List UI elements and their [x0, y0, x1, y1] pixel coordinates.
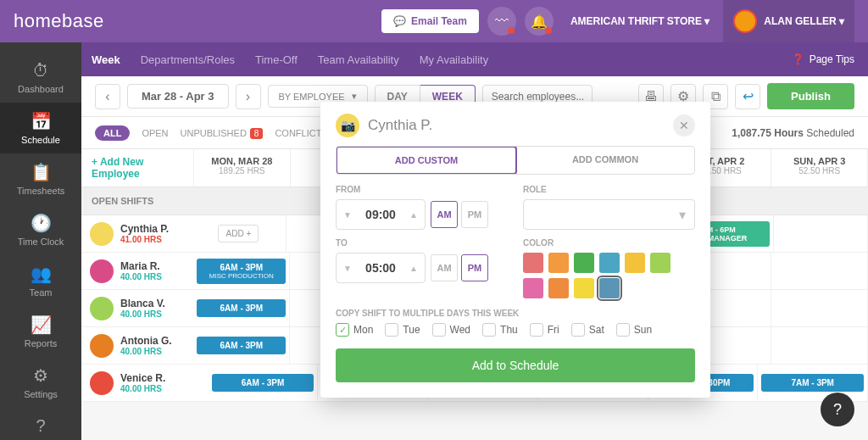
shift-block[interactable]: 6AM - 3PM — [212, 374, 314, 392]
color-swatch[interactable] — [574, 278, 594, 298]
sidebar-icon: ⏱ — [0, 61, 81, 81]
day-checkbox-mon[interactable]: ✓Mon — [336, 323, 373, 337]
sidebar-item-help[interactable]: ? — [0, 408, 81, 440]
publish-button[interactable]: Publish — [767, 83, 854, 109]
sidebar-item-dashboard[interactable]: ⏱Dashboard — [0, 53, 81, 103]
sidebar-icon: 🕐 — [0, 213, 81, 233]
chat-icon: 💬 — [393, 15, 406, 27]
day-checkbox-thu[interactable]: Thu — [482, 323, 518, 337]
employee-name[interactable]: Venice R. — [120, 372, 165, 384]
chevron-down-icon[interactable]: ▼ — [337, 264, 359, 273]
day-checkbox-wed[interactable]: Wed — [432, 323, 470, 337]
role-select[interactable]: ▾ — [523, 199, 695, 230]
avatar — [90, 297, 114, 320]
day-checkbox-sun[interactable]: Sun — [616, 323, 652, 337]
subnav-team-availability[interactable]: Team Availability — [318, 53, 399, 66]
employee-name[interactable]: Cynthia P. — [120, 223, 169, 235]
color-swatch[interactable] — [523, 278, 543, 298]
chevron-up-icon[interactable]: ▲ — [403, 210, 425, 220]
employee-hours: 41.00 HRS — [120, 235, 169, 244]
day-checkbox-sat[interactable]: Sat — [571, 323, 604, 337]
color-swatch[interactable] — [599, 253, 620, 273]
tab-add-custom[interactable]: ADD CUSTOM — [336, 146, 517, 175]
sidebar-icon: 👥 — [0, 264, 81, 284]
modal-employee-name: Cynthia P. — [368, 117, 432, 134]
employee-name[interactable]: Blanca V. — [120, 298, 165, 309]
sidebar: ⏱Dashboard📅Schedule📋Timesheets🕐Time Cloc… — [0, 42, 81, 440]
add-shift-button[interactable]: ADD + — [218, 225, 259, 242]
sidebar-item-team[interactable]: 👥Team — [0, 255, 81, 306]
store-switcher[interactable]: AMERICAN THRIFT STORE ▾ — [570, 15, 709, 27]
filter-all[interactable]: ALL — [95, 125, 130, 141]
color-swatch[interactable] — [548, 253, 569, 273]
shift-block[interactable]: 6AM - 3PM — [197, 299, 286, 317]
subnav-my-availability[interactable]: My Availability — [420, 53, 488, 66]
email-team-button[interactable]: 💬 Email Team — [381, 9, 479, 33]
next-week-button[interactable]: › — [236, 84, 261, 109]
modal-avatar: 📷 — [336, 114, 359, 137]
sidebar-item-schedule[interactable]: 📅Schedule — [0, 103, 81, 153]
to-pm[interactable]: PM — [461, 254, 488, 281]
close-icon[interactable]: ✕ — [673, 114, 695, 136]
day-checkbox-fri[interactable]: Fri — [530, 323, 559, 337]
activity-icon[interactable]: 〰 — [487, 7, 516, 36]
employee-hours: 40.00 HRS — [120, 309, 165, 319]
sidebar-item-timesheets[interactable]: 📋Timesheets — [0, 153, 81, 204]
role-label: ROLE — [523, 185, 695, 194]
chevron-down-icon: ▾ — [352, 91, 357, 102]
from-am[interactable]: AM — [431, 201, 458, 228]
color-swatch[interactable] — [625, 253, 645, 273]
help-icon: ❓ — [792, 53, 804, 65]
from-pm[interactable]: PM — [461, 201, 488, 228]
prev-week-button[interactable]: ‹ — [95, 84, 120, 109]
filter-unpublished[interactable]: UNPUBLISHED8 — [181, 128, 264, 138]
filter-open[interactable]: OPEN — [142, 128, 168, 138]
color-label: COLOR — [523, 238, 695, 248]
tab-add-common[interactable]: ADD COMMON — [516, 147, 694, 174]
chevron-up-icon[interactable]: ▲ — [403, 264, 425, 273]
day-checkbox-tue[interactable]: Tue — [385, 323, 420, 337]
avatar — [90, 334, 114, 358]
chevron-down-icon[interactable]: ▼ — [337, 210, 359, 220]
color-swatch[interactable] — [548, 278, 569, 298]
user-menu[interactable]: ALAN GELLER ▾ — [723, 0, 854, 42]
subnav-departments-roles[interactable]: Departments/Roles — [141, 53, 235, 66]
to-am[interactable]: AM — [431, 254, 458, 281]
undo-icon[interactable]: ↩ — [735, 84, 760, 109]
date-range[interactable]: Mar 28 - Apr 3 — [127, 84, 229, 109]
sidebar-icon: ⚙ — [0, 365, 81, 386]
avatar — [90, 222, 114, 246]
add-to-schedule-button[interactable]: Add to Schedule — [336, 348, 695, 382]
avatar — [733, 9, 757, 33]
to-time-value: 05:00 — [359, 261, 403, 275]
add-new-employee[interactable]: + Add New Employee — [92, 156, 143, 180]
day-header: MON, MAR 28189.25 HRS — [194, 149, 291, 187]
to-time-input[interactable]: ▼ 05:00 ▲ — [336, 253, 426, 283]
hours-scheduled: 1,087.75 Hours Scheduled — [732, 127, 854, 139]
help-fab[interactable]: ? — [821, 393, 854, 426]
color-swatch[interactable] — [574, 253, 594, 273]
employee-name[interactable]: Maria R. — [120, 260, 162, 272]
subnav-time-off[interactable]: Time-Off — [255, 53, 298, 66]
subnav-week[interactable]: Week — [92, 53, 120, 66]
page-tips[interactable]: ❓Page Tips — [792, 53, 868, 65]
color-swatch[interactable] — [599, 278, 620, 298]
shift-block[interactable]: 7AM - 3PM — [761, 374, 864, 392]
copy-label: COPY SHIFT TO MULTIPLE DAYS THIS WEEK — [336, 309, 695, 318]
color-swatch[interactable] — [523, 253, 543, 273]
shift-block[interactable]: 6AM - 3PMMISC PRODUCTION — [197, 259, 286, 284]
subnav: WeekDepartments/RolesTime-OffTeam Availa… — [0, 42, 868, 76]
bell-icon[interactable]: 🔔 — [525, 7, 554, 36]
sidebar-item-settings[interactable]: ⚙Settings — [0, 357, 81, 408]
from-label: FROM — [336, 185, 508, 194]
from-time-input[interactable]: ▼ 09:00 ▲ — [336, 199, 426, 230]
to-label: TO — [336, 238, 508, 248]
from-time-value: 09:00 — [359, 208, 403, 221]
user-name: ALAN GELLER ▾ — [764, 15, 844, 27]
sidebar-item-reports[interactable]: 📈Reports — [0, 306, 81, 357]
color-swatch[interactable] — [650, 253, 670, 273]
shift-block[interactable]: 6AM - 3PM — [197, 337, 286, 354]
sidebar-item-time clock[interactable]: 🕐Time Clock — [0, 204, 81, 255]
brand-logo: homebase — [14, 10, 104, 32]
employee-name[interactable]: Antonia G. — [120, 335, 172, 347]
